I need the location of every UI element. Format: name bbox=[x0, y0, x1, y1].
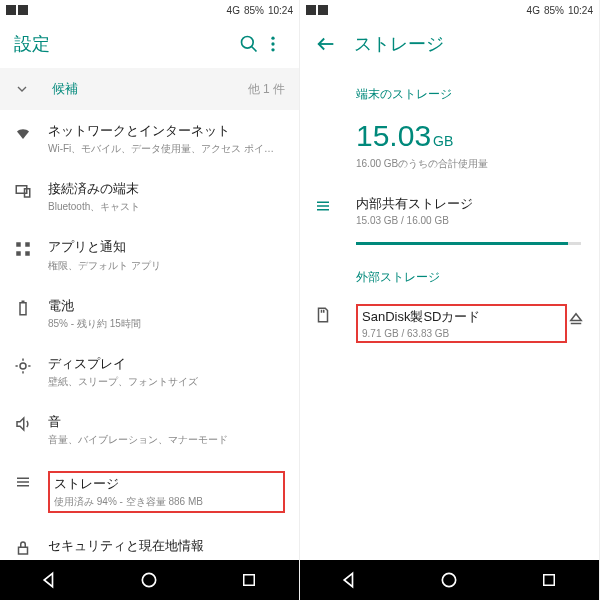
nav-bar bbox=[0, 560, 299, 600]
row-internal[interactable]: 内部共有ストレージ 15.03 GB / 16.00 GB bbox=[300, 185, 599, 236]
eject-icon[interactable] bbox=[567, 304, 585, 328]
nav-home-icon[interactable] bbox=[138, 569, 160, 591]
storage-content: 端末のストレージ 15.03GB 16.00 GBのうちの合計使用量 内部共有ス… bbox=[300, 68, 599, 560]
battery-icon bbox=[14, 297, 48, 317]
nav-recent-icon[interactable] bbox=[238, 569, 260, 591]
svg-rect-25 bbox=[244, 575, 255, 586]
row-security[interactable]: セキュリティと現在地情報 bbox=[0, 525, 299, 560]
row-sdcard[interactable]: SanDisk製SDカード 9.71 GB / 63.83 GB bbox=[300, 294, 599, 353]
svg-point-0 bbox=[242, 37, 254, 49]
storage-icon bbox=[14, 471, 48, 491]
svg-marker-32 bbox=[571, 314, 582, 321]
svg-point-35 bbox=[443, 573, 456, 586]
settings-list: ネットワークとインターネットWi-Fi、モバイル、データ使用量、アクセス ポイ…… bbox=[0, 110, 299, 560]
svg-marker-18 bbox=[17, 418, 24, 430]
nav-back-icon[interactable] bbox=[339, 569, 361, 591]
apps-icon bbox=[14, 238, 48, 258]
suggestion-label: 候補 bbox=[52, 80, 248, 98]
app-bar: ストレージ bbox=[300, 20, 599, 68]
status-battery: 85% bbox=[244, 5, 264, 16]
search-icon[interactable] bbox=[237, 32, 261, 56]
status-time: 10:24 bbox=[268, 5, 293, 16]
more-icon[interactable] bbox=[261, 32, 285, 56]
sdcard-icon bbox=[314, 304, 356, 324]
svg-marker-34 bbox=[344, 573, 352, 586]
chevron-down-icon bbox=[14, 81, 30, 97]
row-display[interactable]: ディスプレイ壁紙、スリープ、フォントサイズ bbox=[0, 343, 299, 401]
svg-point-13 bbox=[20, 363, 26, 369]
row-sound[interactable]: 音音量、バイブレーション、マナーモード bbox=[0, 401, 299, 459]
row-battery[interactable]: 電池85% - 残り約 15時間 bbox=[0, 285, 299, 343]
section-external: 外部ストレージ bbox=[300, 251, 599, 294]
svg-point-3 bbox=[271, 42, 274, 45]
page-title: ストレージ bbox=[354, 32, 444, 56]
svg-rect-22 bbox=[19, 548, 28, 555]
svg-point-24 bbox=[143, 573, 156, 586]
section-device: 端末のストレージ bbox=[300, 68, 599, 111]
nav-back-icon[interactable] bbox=[39, 569, 61, 591]
svg-rect-9 bbox=[16, 252, 21, 257]
status-bar: 4G 85% 10:24 bbox=[300, 0, 599, 20]
suggestion-row[interactable]: 候補 他 1 件 bbox=[0, 68, 299, 110]
back-icon[interactable] bbox=[314, 32, 338, 56]
devices-icon bbox=[14, 180, 48, 200]
wifi-icon bbox=[14, 122, 48, 142]
row-connected[interactable]: 接続済みの端末Bluetooth、キャスト bbox=[0, 168, 299, 226]
nav-recent-icon[interactable] bbox=[538, 569, 560, 591]
row-network[interactable]: ネットワークとインターネットWi-Fi、モバイル、データ使用量、アクセス ポイ… bbox=[0, 110, 299, 168]
brightness-icon bbox=[14, 355, 48, 375]
svg-line-1 bbox=[252, 47, 257, 52]
status-net: 4G bbox=[227, 5, 240, 16]
row-storage[interactable]: ストレージ使用済み 94% - 空き容量 886 MB bbox=[0, 459, 299, 525]
total-sub: 16.00 GBのうちの合計使用量 bbox=[300, 157, 599, 185]
internal-progress bbox=[356, 242, 581, 245]
page-title: 設定 bbox=[14, 32, 50, 56]
status-bar: 4G 85% 10:24 bbox=[0, 0, 299, 20]
total-used: 15.03GB bbox=[300, 111, 599, 157]
svg-point-2 bbox=[271, 37, 274, 40]
row-apps[interactable]: アプリと通知権限、デフォルト アプリ bbox=[0, 226, 299, 284]
settings-screen: 4G 85% 10:24 設定 候補 他 1 件 ネットワークとインターネットW… bbox=[0, 0, 300, 600]
nav-home-icon[interactable] bbox=[438, 569, 460, 591]
suggestion-more: 他 1 件 bbox=[248, 81, 285, 98]
svg-rect-8 bbox=[25, 243, 30, 248]
storage-screen: 4G 85% 10:24 ストレージ 端末のストレージ 15.03GB 16.0… bbox=[300, 0, 600, 600]
lock-icon bbox=[14, 537, 48, 557]
svg-marker-23 bbox=[44, 573, 52, 586]
svg-rect-10 bbox=[25, 252, 30, 257]
svg-point-4 bbox=[271, 48, 274, 51]
app-bar: 設定 bbox=[0, 20, 299, 68]
sound-icon bbox=[14, 413, 48, 433]
svg-rect-7 bbox=[16, 243, 21, 248]
storage-icon bbox=[314, 195, 356, 215]
svg-rect-36 bbox=[544, 575, 555, 586]
nav-bar bbox=[300, 560, 599, 600]
svg-rect-11 bbox=[20, 302, 26, 314]
